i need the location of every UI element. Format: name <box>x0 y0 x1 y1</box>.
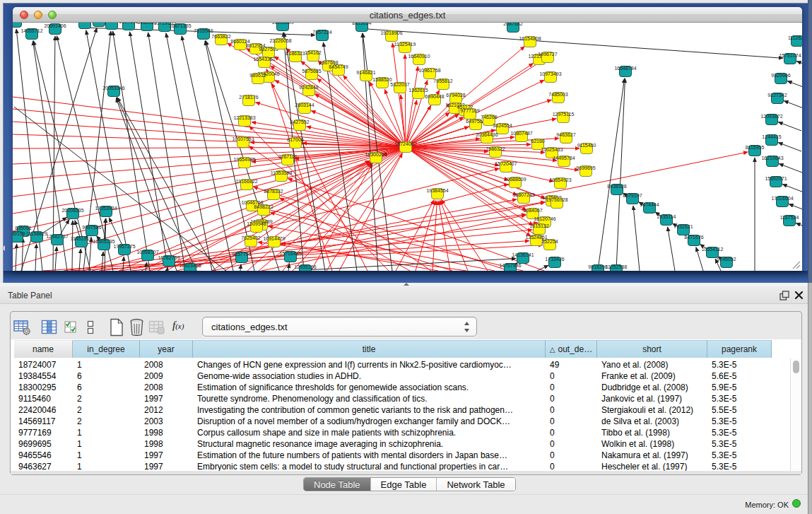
column-header-in_degree[interactable]: in_degree <box>73 340 140 358</box>
column-header-short[interactable]: short <box>597 340 707 358</box>
tab-node-table[interactable]: Node Table <box>304 478 371 491</box>
graph-node[interactable]: 17016504 <box>771 196 793 207</box>
graph-node[interactable]: 9518298 <box>588 264 607 271</box>
graph-edge[interactable] <box>13 122 406 147</box>
graph-node[interactable]: 7515546 <box>194 28 213 40</box>
graph-node[interactable]: 12093872 <box>760 114 782 125</box>
graph-edge[interactable] <box>778 143 801 151</box>
graph-node[interactable]: 12505135 <box>93 239 114 250</box>
network-canvas[interactable]: 1667319014055712206914061837537110853267… <box>13 23 802 271</box>
table-row[interactable]: 946554611997Estimation of the future num… <box>11 450 791 461</box>
table-row[interactable]: 977716911998Corpus callosum shape and si… <box>11 427 791 438</box>
graph-node[interactable]: 252254 <box>541 239 558 250</box>
graph-node[interactable]: 8115955 <box>746 145 765 156</box>
graph-node[interactable]: 2718176 <box>239 95 258 106</box>
graph-node[interactable]: 7625402 <box>241 235 260 247</box>
vertical-scrollbar[interactable] <box>790 358 801 471</box>
row-options-icon[interactable] <box>86 320 95 334</box>
graph-node[interactable]: 1167534 <box>780 215 799 226</box>
graph-edge[interactable] <box>778 122 801 131</box>
graph-node[interactable]: 9463627 <box>556 132 575 144</box>
graph-node[interactable]: 16671355 <box>169 23 191 35</box>
graph-node[interactable]: 8471676 <box>684 235 703 246</box>
graph-node[interactable]: 20053346 <box>102 86 124 97</box>
table-row[interactable]: 1872400712008Changes of HCN gene express… <box>11 359 791 370</box>
graph-node[interactable]: 15692971 <box>765 176 787 187</box>
graph-node[interactable]: 19166822 <box>235 179 257 190</box>
graph-edge[interactable] <box>130 32 168 271</box>
graph-node[interactable]: 7932621 <box>673 224 693 235</box>
graph-node[interactable]: 817006 <box>287 137 303 148</box>
graph-node[interactable]: 9474444 <box>640 202 659 214</box>
tab-edge-table[interactable]: Edge Table <box>371 478 437 491</box>
table-row[interactable]: 2242004622012Investigating the contribut… <box>11 404 791 416</box>
graph-edge[interactable] <box>35 244 37 271</box>
graph-node[interactable]: 16640910 <box>408 54 430 65</box>
graph-edge[interactable] <box>796 62 802 70</box>
graph-node[interactable]: 11252538 <box>606 264 628 271</box>
table-selector-combo[interactable]: citations_edges.txt <box>202 317 477 337</box>
graph-edge[interactable] <box>633 206 640 271</box>
graph-node[interactable]: 16154808 <box>519 36 541 47</box>
window-titlebar[interactable]: citations_edges.txt <box>13 7 802 23</box>
graph-edge[interactable] <box>13 134 406 147</box>
graph-node[interactable]: 15751074 <box>779 53 801 64</box>
graph-node[interactable]: 19218906 <box>380 30 402 42</box>
graph-node[interactable]: 16210643 <box>761 156 783 167</box>
graph-node[interactable]: 9115460 <box>577 143 596 154</box>
tab-network-table[interactable]: Network Table <box>437 478 514 491</box>
close-panel-icon[interactable] <box>794 291 804 300</box>
graph-node[interactable]: 14055712 <box>20 28 42 40</box>
column-header-pagerank[interactable]: pagerank <box>707 340 772 358</box>
graph-edge[interactable] <box>779 164 802 173</box>
column-header-title[interactable]: title <box>193 340 546 358</box>
graph-node[interactable]: 16782759 <box>158 255 180 267</box>
graph-node[interactable]: 1244415 <box>762 134 781 146</box>
table-settings-icon[interactable] <box>13 319 31 336</box>
graph-edge[interactable] <box>113 31 151 271</box>
table-row[interactable]: 1456911722003Disruption of a novel membe… <box>11 416 791 427</box>
graph-node[interactable]: 17353934 <box>95 206 117 217</box>
resize-grip[interactable] <box>791 259 801 269</box>
graph-node[interactable]: 16673190 <box>13 23 27 28</box>
graph-node[interactable]: 9699695 <box>576 165 595 177</box>
graph-edge[interactable] <box>13 97 406 147</box>
graph-node[interactable]: 1588520 <box>372 77 392 88</box>
select-all-icon[interactable] <box>64 321 77 334</box>
divider-collapse-icon[interactable] <box>404 283 409 286</box>
graph-node[interactable]: 11325419 <box>394 42 416 53</box>
graph-edge[interactable] <box>240 264 241 271</box>
graph-node[interactable]: 7955812 <box>433 78 452 90</box>
graph-edge[interactable] <box>789 204 802 213</box>
graph-node[interactable]: 10688609 <box>504 177 526 188</box>
column-header-name[interactable]: name <box>14 340 73 358</box>
graph-node[interactable]: 9227342 <box>767 93 787 104</box>
graph-node[interactable]: 12213383 <box>233 115 255 127</box>
graph-edge[interactable] <box>433 201 437 271</box>
delete-table-icon[interactable] <box>148 319 165 336</box>
graph-node[interactable]: 11451919 <box>71 236 93 247</box>
column-header-year[interactable]: year <box>140 340 193 358</box>
graph-node[interactable]: 20206535 <box>61 208 83 219</box>
graph-edge[interactable] <box>406 66 418 147</box>
scrollbar-thumb[interactable] <box>793 361 799 373</box>
graph-node[interactable]: 7485003 <box>548 92 567 103</box>
graph-edge[interactable] <box>89 238 91 271</box>
graph-node[interactable]: 14495784 <box>553 156 575 167</box>
graph-node[interactable]: 6990448 <box>425 94 444 105</box>
graph-node[interactable]: 11353594 <box>271 170 293 182</box>
graph-node[interactable]: 14136141 <box>512 252 534 264</box>
graph-node[interactable]: 989612 <box>249 73 266 84</box>
graph-node[interactable]: 19654923 <box>549 177 571 189</box>
graph-node[interactable]: 9245052 <box>717 257 736 268</box>
graph-edge[interactable] <box>405 54 406 147</box>
graph-node[interactable]: 2087682 <box>503 23 522 33</box>
table-row[interactable]: 1938455462009Genome-wide association stu… <box>11 370 791 382</box>
graph-node[interactable]: 18807249 <box>512 192 534 204</box>
graph-edge[interactable] <box>13 147 406 148</box>
graph-edge[interactable] <box>79 249 81 271</box>
graph-edge[interactable] <box>668 227 675 271</box>
table-row[interactable]: 969969511998Structural magnetic resonanc… <box>11 438 791 450</box>
graph-node[interactable]: 9329966 <box>771 73 790 84</box>
graph-node[interactable]: 12975115 <box>553 112 575 123</box>
